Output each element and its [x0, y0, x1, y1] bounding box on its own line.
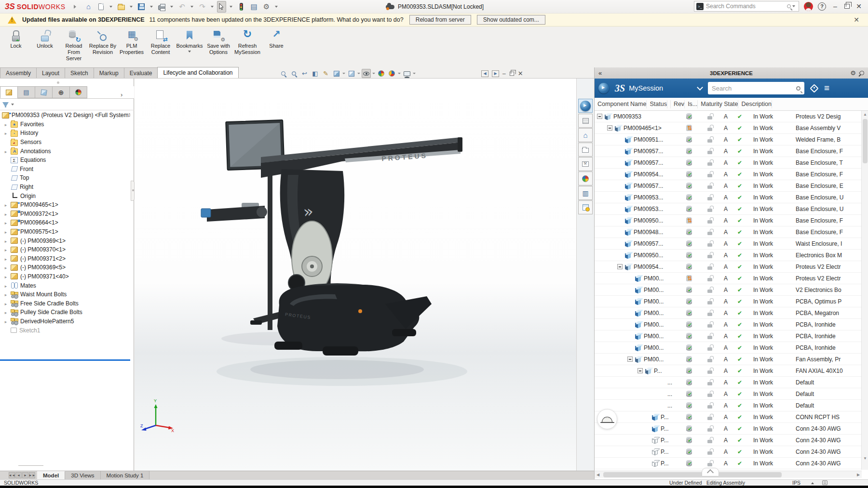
view-settings-caret[interactable]: [413, 73, 416, 74]
ribbon-button[interactable]: Share: [262, 28, 290, 53]
component-row[interactable]: PM00... A In Work PCBA, Ironhide: [595, 342, 861, 354]
feature-tree-item[interactable]: Annotations: [0, 146, 130, 156]
scroll-right-icon[interactable]: ▶: [855, 473, 862, 477]
component-row[interactable]: PM009353 A In Work Proteus V2 Desig: [595, 111, 861, 122]
section-view-icon[interactable]: ◧: [311, 69, 320, 78]
ribbon-button[interactable]: Replace Content: [147, 28, 175, 59]
component-row[interactable]: PM00954... A In Work Proteus V2 Electr: [595, 261, 861, 273]
tree-expand-caret[interactable]: [1, 309, 11, 316]
next-pane-icon[interactable]: ▶: [492, 70, 499, 77]
options-list-icon[interactable]: ▤: [248, 1, 259, 12]
ribbon-button[interactable]: Unlock: [31, 28, 59, 53]
feature-tree-item[interactable]: Front: [0, 165, 130, 174]
feature-tree-item[interactable]: (-) PM009370<1>: [0, 245, 130, 254]
open-icon[interactable]: [116, 1, 126, 12]
minimize-button[interactable]: –: [831, 2, 840, 10]
apply-scene-caret[interactable]: [398, 73, 401, 74]
feature-tree-item[interactable]: PM009465<1>: [0, 200, 130, 210]
component-row[interactable]: PM00... A In Work PCBA, Ironhide: [595, 330, 861, 342]
feature-tree-item[interactable]: (-) PM009371<40>: [0, 272, 130, 281]
tab-property-manager[interactable]: ▤: [17, 86, 35, 98]
filter-funnel-icon[interactable]: [2, 102, 9, 106]
panel-splitter-dot[interactable]: [57, 81, 59, 84]
tree-expand-caret[interactable]: [1, 273, 11, 280]
component-row[interactable]: PM00950... A In Work Base Enclosure, F: [595, 215, 861, 226]
command-tab[interactable]: Markup: [94, 67, 124, 78]
home-icon[interactable]: ⌂: [83, 1, 94, 12]
component-row[interactable]: P... A In Work CONN RCPT HS: [595, 411, 861, 423]
study-tab[interactable]: Model: [37, 471, 65, 479]
tree-expand-caret[interactable]: [1, 121, 11, 128]
feature-tree-item[interactable]: PM009353 (Proteus V2 Design) <Full Syste…: [0, 111, 130, 120]
component-row[interactable]: ... A In Work Default: [595, 388, 861, 400]
tree-expand-caret[interactable]: [1, 201, 11, 208]
help-button[interactable]: ?: [818, 2, 826, 11]
column-header[interactable]: Component Name: [595, 100, 647, 108]
tree-expand-caret[interactable]: [1, 219, 11, 226]
rollback-bar[interactable]: [0, 359, 130, 361]
study-tab[interactable]: Motion Study 1: [101, 471, 150, 479]
tree-expand-caret[interactable]: [1, 193, 11, 199]
prev-tab-icon[interactable]: ◄: [15, 472, 22, 478]
tab-display-manager[interactable]: [69, 86, 87, 98]
tree-expand-caret[interactable]: [1, 211, 11, 217]
viewport-minimize-icon[interactable]: –: [502, 70, 506, 77]
feature-tree-item[interactable]: Sensors: [0, 138, 130, 147]
command-tab[interactable]: Assembly: [0, 67, 37, 78]
tree-expand-caret[interactable]: [1, 318, 11, 325]
graphics-viewport[interactable]: PROTEUS » PROTEUS: [135, 79, 576, 471]
component-row[interactable]: PM00954... A In Work Base Enclosure, F: [595, 169, 861, 180]
redo-icon[interactable]: ↷: [197, 1, 207, 12]
feature-tree-item[interactable]: (-) PM009369<1>: [0, 236, 130, 245]
taskpane-resources-tab[interactable]: ⌂: [578, 128, 593, 142]
app-dropdown-chevron-icon[interactable]: [697, 84, 703, 91]
component-row[interactable]: P... A In Work Conn 24-30 AWG: [595, 446, 861, 458]
collapse-toggle[interactable]: [617, 264, 623, 269]
search-commands-input[interactable]: [704, 3, 787, 10]
component-row[interactable]: PM00957... A In Work Base Enclosure, E: [595, 180, 861, 192]
tree-expand-caret[interactable]: [1, 264, 11, 271]
expand-panel-chevron[interactable]: [702, 468, 719, 476]
scroll-up-icon[interactable]: ▲: [862, 111, 868, 118]
tree-expand-caret[interactable]: [1, 184, 11, 190]
component-row[interactable]: PM00... A In Work PCBA, Optimus P: [595, 296, 861, 307]
column-header[interactable]: Rev: [671, 100, 685, 108]
search-magnifier-icon[interactable]: [787, 4, 791, 8]
command-tab[interactable]: Layout: [36, 67, 65, 78]
scroll-left-icon[interactable]: ◀: [595, 473, 601, 477]
last-tab-icon[interactable]: ►►: [29, 472, 35, 478]
feature-tree-item[interactable]: Pulley Side Cradle Bolts: [0, 308, 130, 317]
collapse-toggle[interactable]: [597, 114, 602, 119]
panel-search-input[interactable]: [712, 85, 796, 92]
view-settings-icon[interactable]: [402, 69, 411, 78]
show-outdated-button[interactable]: Show outdated com...: [477, 15, 545, 25]
view-orientation-caret[interactable]: [342, 73, 345, 74]
user-avatar[interactable]: [804, 2, 813, 11]
ribbon-dropdown-caret[interactable]: [188, 51, 191, 53]
taskpane-view-palette-tab[interactable]: [578, 157, 593, 171]
feature-tree-item[interactable]: (-) PM009369<5>: [0, 263, 130, 272]
panel-pin-icon[interactable]: [859, 70, 865, 76]
reload-from-server-button[interactable]: Reload from server: [409, 15, 471, 25]
tree-expand-caret[interactable]: [1, 282, 11, 289]
component-row[interactable]: P... A In Work Conn 24-30 AWG: [595, 435, 861, 446]
tree-expand-caret[interactable]: [1, 228, 11, 235]
panel-settings-gear-icon[interactable]: ⚙: [850, 69, 856, 77]
ribbon-button[interactable]: Save with Options: [204, 28, 232, 59]
menu-flyout-arrow-icon[interactable]: [74, 5, 76, 9]
component-row[interactable]: PM00951... A In Work Welded Frame, B: [595, 134, 861, 145]
taskpane-file-explorer-tab[interactable]: [578, 143, 593, 157]
component-row[interactable]: PM00... A In Work V2 Electronics Bo: [595, 284, 861, 296]
open-dropdown-caret[interactable]: [130, 6, 133, 8]
tree-expand-caret[interactable]: [1, 139, 11, 145]
tree-expand-caret[interactable]: [1, 148, 11, 155]
tab-dimxpert-manager[interactable]: ⊕: [52, 86, 70, 98]
horizontal-scroll-thumb[interactable]: [603, 472, 782, 477]
assistant-helmet-button[interactable]: [597, 409, 617, 429]
3dexperience-compass-icon[interactable]: [598, 83, 609, 93]
collapse-toggle[interactable]: [607, 125, 612, 131]
display-style-icon[interactable]: [347, 69, 356, 78]
feature-tree-item[interactable]: Free Side Cradle Bolts: [0, 299, 130, 308]
tab-configuration-manager[interactable]: [35, 86, 53, 98]
feature-tree-item[interactable]: (-) PM009371<2>: [0, 254, 130, 264]
